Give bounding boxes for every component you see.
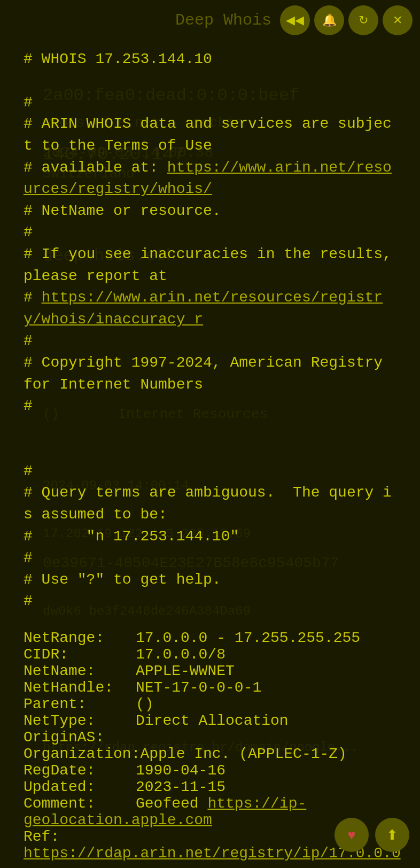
- parent-value: (): [136, 696, 154, 712]
- nettype-value: Direct Allocation: [136, 712, 289, 729]
- net-range-row: NetRange:17.0.0.0 - 17.255.255.255: [24, 630, 396, 646]
- bottom-actions: ♥ ⬆: [335, 818, 409, 852]
- nettype-label: NetType:: [24, 712, 136, 729]
- parent-row: Parent:(): [24, 696, 396, 712]
- app-title: Deep Whois: [175, 11, 271, 29]
- updated-label: Updated:: [24, 779, 136, 795]
- share-button[interactable]: ⬆: [375, 818, 409, 852]
- net-range-label: NetRange:: [24, 630, 136, 646]
- regdate-label: RegDate:: [24, 762, 136, 779]
- refresh-button[interactable]: ↻: [348, 5, 378, 35]
- nethandle-label: NetHandle:: [24, 679, 136, 696]
- comment-label: Comment:: [24, 795, 136, 812]
- originas-row: OriginAS:: [24, 729, 396, 746]
- organization-value: Apple Inc. (APPLEC-1-Z): [140, 746, 346, 762]
- organization-label: Organization:: [24, 746, 140, 762]
- header-controls: Deep Whois ◀◀ 🔔 ↻ ✕: [168, 0, 420, 41]
- netname-label: NetName:: [24, 663, 136, 679]
- close-button[interactable]: ✕: [383, 5, 413, 35]
- regdate-row: RegDate:1990-04-16: [24, 762, 396, 779]
- regdate-value: 1990-04-16: [136, 762, 225, 779]
- arin-tos-link[interactable]: https://www.arin.net/resources/registry/…: [24, 159, 392, 198]
- updated-value: 2023-11-15: [136, 779, 225, 795]
- net-range-value: 17.0.0.0 - 17.255.255.255: [136, 630, 360, 646]
- arin-inaccuracy-link[interactable]: https://www.arin.net/resources/registry/…: [24, 289, 383, 328]
- back-button[interactable]: ◀◀: [280, 5, 310, 35]
- netname-value: APPLE-WWNET: [136, 663, 235, 679]
- main-content: # WHOIS 17.253.144.10 # # ARIN WHOIS dat…: [0, 0, 420, 868]
- cidr-label: CIDR:: [24, 646, 136, 663]
- nethandle-value: NET-17-0-0-0-1: [136, 679, 261, 696]
- cidr-value: 17.0.0.0/8: [136, 646, 225, 663]
- bell-button[interactable]: 🔔: [314, 5, 344, 35]
- whois-header: # WHOIS 17.253.144.10 # # ARIN WHOIS dat…: [24, 27, 396, 613]
- nettype-row: NetType:Direct Allocation: [24, 712, 396, 729]
- whois-query-line: # WHOIS 17.253.144.10: [24, 51, 212, 67]
- cidr-row: CIDR:17.0.0.0/8: [24, 646, 396, 663]
- favorite-button[interactable]: ♥: [335, 818, 369, 852]
- ref-label: Ref:: [24, 828, 136, 845]
- netname-row: NetName:APPLE-WWNET: [24, 663, 396, 679]
- organization-row: Organization:Apple Inc. (APPLEC-1-Z): [24, 746, 396, 762]
- updated-row: Updated:2023-11-15: [24, 779, 396, 795]
- parent-label: Parent:: [24, 696, 136, 712]
- nethandle-row: NetHandle:NET-17-0-0-0-1: [24, 679, 396, 696]
- originas-label: OriginAS:: [24, 729, 136, 746]
